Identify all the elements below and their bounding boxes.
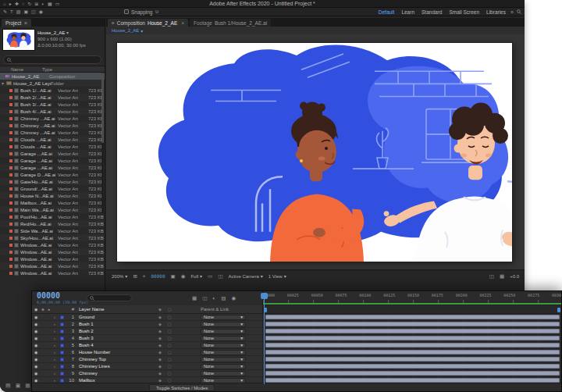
layer-row[interactable]: ◉ › 7 Chimney Top ◆ ▢ None ▾ [32,356,561,363]
transparency-grid-icon[interactable]: ◫ [218,273,222,280]
layer-switch-icon[interactable]: ◆ [158,350,162,355]
project-scrollbar[interactable] [101,73,104,213]
workspace-tab[interactable]: Default [379,9,395,15]
layer-name[interactable]: House Number [76,350,154,355]
pixel-aspect-icon[interactable]: ◫ [489,273,494,280]
layer-duration-bar[interactable] [265,329,560,333]
layer-row[interactable]: ◉ › 4 Bush 3 ◆ ▢ None ▾ [32,335,561,342]
layer-color-chip[interactable] [60,365,66,369]
layer-color-chip[interactable] [60,344,66,347]
layer-switch-icon[interactable]: ◆ [158,364,162,369]
label-color-chip[interactable] [9,230,12,233]
folder-expander-icon[interactable]: ▾ [2,80,5,86]
layer-name[interactable]: Bush 4 [76,343,154,347]
chevron-down-icon[interactable]: ▾ [140,28,143,34]
label-color-chip[interactable] [9,138,12,141]
parent-dropdown[interactable]: None ▾ [201,329,246,334]
layer-color-chip[interactable] [60,323,66,326]
expander-icon[interactable]: › [54,343,60,347]
current-time-display[interactable]: 00000 [151,273,165,279]
project-item-row[interactable]: Side Wa...AE.ai Vector Art 723 KB [0,227,105,234]
workspace-tab[interactable]: Standard [422,9,442,15]
project-item-row[interactable]: Bush 4/...AE.ai Vector Art 723 KB [0,108,105,115]
draft-3d-icon[interactable]: ◫ [202,295,207,301]
layer-mode-icon[interactable]: ▢ [168,315,172,319]
eye-icon[interactable]: ◉ [32,350,41,355]
label-color-chip[interactable] [9,145,12,148]
layer-track[interactable] [262,363,561,369]
grid-guides-icon[interactable]: ⊞ [133,273,137,280]
layer-row[interactable]: ◉ › 5 Bush 4 ◆ ▢ None ▾ [32,342,561,349]
layer-duration-bar[interactable] [265,322,560,326]
project-item-row[interactable]: Garage ...AE.ai Vector Art 723 KB [0,164,105,171]
workspace-overflow-icon[interactable]: » [510,9,514,15]
label-color-chip[interactable] [9,208,12,212]
brush-tool-icon[interactable]: ▨ [16,8,21,16]
project-item-row[interactable]: Sky/Hou...AE.ai Vector Art 723 KB [0,234,105,241]
orbit-camera-tool-icon[interactable]: ↻ [27,0,31,8]
label-color-chip[interactable] [9,96,12,99]
expander-icon[interactable]: › [54,371,60,376]
project-item-composition[interactable]: House_2_AE Composition [0,73,105,80]
rotation-tool-icon[interactable]: ◐ [41,0,44,8]
snapping-checkbox[interactable] [124,9,129,14]
layer-color-chip[interactable] [60,351,66,355]
project-item-row[interactable]: Garage D...AE.ai Vector Art 723 KB [0,171,105,178]
layer-color-chip[interactable] [60,358,66,362]
chevron-down-icon[interactable]: ▾ [66,30,69,35]
project-item-row[interactable]: Clouds ...AE.ai Vector Art 723 KB [0,136,105,143]
layer-track[interactable] [262,342,561,348]
layer-switch-icon[interactable]: ◆ [158,329,162,333]
composition-canvas[interactable] [117,43,512,262]
label-color-chip[interactable] [9,166,12,169]
parent-dropdown[interactable]: None ▾ [201,350,246,355]
project-depth-icon[interactable]: ▤ [5,383,11,389]
label-color-chip[interactable] [9,110,12,113]
eye-icon[interactable]: ◉ [32,322,41,326]
camera-tool-icon[interactable]: ▦ [48,0,52,8]
project-item-row[interactable]: Pool/Ho...AE.ai Vector Art 723 KB [0,213,105,220]
eye-icon[interactable]: ◉ [32,357,41,362]
composition-mini-flowchart-icon[interactable]: ▦ [192,295,197,301]
layer-mode-icon[interactable]: ▢ [168,343,172,347]
close-tab-icon[interactable]: × [181,20,184,26]
layer-color-chip[interactable] [60,337,66,340]
parent-link-header[interactable]: Parent & Link [201,307,254,312]
label-color-chip[interactable] [9,272,12,275]
eye-icon[interactable]: ◉ [32,329,41,333]
project-item-row[interactable]: Window...AE.ai Vector Art 723 KB [0,241,105,248]
layer-name[interactable]: Bush 1 [76,322,154,326]
project-item-row[interactable]: Garage ...AE.ai Vector Art 723 KB [0,157,105,164]
layer-switch-icon[interactable]: ◆ [158,336,162,340]
project-item-row[interactable]: Chimney ...AE.ai Vector Art 723 KB [0,115,105,122]
timeline-search-input[interactable] [87,294,132,301]
project-item-row[interactable]: Red/Ho...AE.ai Vector Art 723 KB [0,220,105,227]
audio-column-icon[interactable]: ◈ [41,307,48,312]
layer-color-chip[interactable] [60,372,66,376]
mask-visibility-icon[interactable]: ⌖ [143,273,146,280]
layer-switch-icon[interactable]: ◆ [158,357,162,362]
layer-track[interactable] [262,356,561,362]
parent-dropdown[interactable]: None ▾ [201,343,246,348]
work-area-bar[interactable] [262,306,561,314]
video-column-icon[interactable]: ◉ [32,307,41,312]
label-color-chip[interactable] [9,244,12,247]
layer-duration-bar[interactable] [265,371,560,376]
expander-icon[interactable]: › [54,336,60,340]
playhead-handle[interactable] [261,293,268,299]
project-item-row[interactable]: Chimney ...AE.ai Vector Art 723 KB [0,129,105,136]
view-layout-dropdown[interactable]: 1 View▾ [269,273,286,279]
layer-duration-bar[interactable] [265,350,560,355]
layer-duration-bar[interactable] [265,343,560,347]
workspace-tab[interactable]: Small Screen [449,9,479,15]
layer-name[interactable]: Bush 3 [76,336,154,340]
parent-dropdown[interactable]: None ▾ [201,322,246,327]
project-item-row[interactable]: Clouds ...AE.ai Vector Art 723 KB [0,143,105,150]
camera-dropdown[interactable]: Active Camera▾ [228,273,262,279]
clone-stamp-tool-icon[interactable]: ▣ [23,8,28,16]
project-item-row[interactable]: House N...AE.ai Vector Art 723 KB [0,192,105,199]
layer-mode-icon[interactable]: ▢ [168,329,172,333]
layer-row[interactable]: ◉ › 9 Chimney ◆ ▢ None ▾ [32,370,561,377]
layer-switch-icon[interactable]: ◆ [158,322,162,326]
parent-dropdown[interactable]: None ▾ [201,371,246,376]
